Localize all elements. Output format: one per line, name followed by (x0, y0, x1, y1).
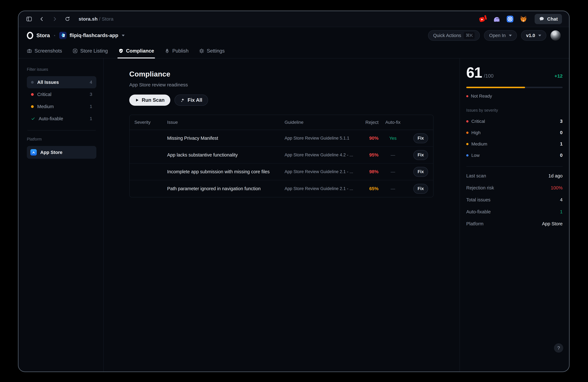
table-row[interactable]: Incomplete app submission with missing c… (130, 163, 433, 180)
panel-divider (466, 166, 563, 167)
tab-label: Store Listing (80, 48, 108, 54)
play-icon (135, 98, 139, 102)
issue-title: Path parameter ignored in navigation fun… (162, 186, 280, 191)
tab-label: Publish (172, 48, 189, 54)
filter-section-label: Filter issues (27, 67, 96, 72)
severity-row-low: Low 0 (466, 153, 563, 158)
chevron-down-icon (122, 35, 125, 36)
issue-title: App lacks substantive functionality (162, 152, 280, 158)
brand[interactable]: Stora (27, 32, 50, 39)
tab-bar: Screenshots Store Listing Compliance Pub… (19, 44, 569, 59)
avatar[interactable] (550, 30, 561, 40)
table-row[interactable]: Path parameter ignored in navigation fun… (130, 180, 433, 197)
tab-settings[interactable]: Settings (199, 44, 225, 58)
tab-publish[interactable]: Publish (165, 44, 189, 58)
app-window: stora.sh / Stora (18, 11, 570, 372)
table-row[interactable]: Missing Privacy Manifest App Store Revie… (130, 130, 433, 147)
starburst-extension-icon[interactable] (506, 15, 514, 23)
table-row[interactable]: App lacks substantive functionality App … (130, 147, 433, 163)
run-scan-button[interactable]: Run Scan (129, 95, 170, 106)
fix-button[interactable]: Fix (413, 167, 428, 177)
fix-all-label: Fix All (188, 97, 202, 103)
filter-medium[interactable]: Medium 1 (27, 101, 96, 113)
autofix-value: — (379, 153, 406, 158)
filter-count: 1 (90, 104, 92, 109)
severity-label: Critical (471, 119, 485, 124)
stat-total-issues: Total issues 4 (466, 197, 563, 202)
chevron-down-icon (509, 35, 512, 36)
severity-section-label: Issues by severity (466, 108, 563, 113)
ghost-wallet-extension-icon[interactable] (493, 15, 501, 23)
project-switcher[interactable]: flipiq-flashcards-app (59, 32, 125, 39)
gear-icon (199, 48, 204, 54)
main-content: Compliance App Store review readiness Ru… (104, 59, 460, 371)
refresh-icon[interactable] (64, 16, 71, 22)
filter-label: Critical (37, 92, 51, 97)
table-header: Severity Issue Guideline Reject Auto-fix (130, 115, 433, 130)
severity-row-high: High 0 (466, 130, 563, 135)
quick-actions-button[interactable]: Quick Actions ⌘K (428, 30, 480, 41)
severity-count: 1 (560, 141, 563, 147)
app-store-icon (73, 48, 78, 54)
reject-percent: 90% (358, 136, 379, 141)
sparkles-icon (180, 98, 185, 102)
severity-row-medium: Medium 1 (466, 141, 563, 147)
url-domain: stora.sh (79, 16, 98, 21)
score-delta: +12 (554, 73, 563, 79)
critical-dot-icon (466, 120, 468, 122)
tab-label: Compliance (126, 48, 154, 54)
address-bar[interactable]: stora.sh / Stora (79, 16, 113, 22)
url-path: / Stora (98, 16, 113, 21)
tab-screenshots[interactable]: Screenshots (27, 44, 62, 58)
tab-compliance[interactable]: Compliance (118, 44, 154, 58)
critical-dot-icon (31, 93, 34, 96)
issues-table: Severity Issue Guideline Reject Auto-fix… (129, 115, 434, 197)
stat-auto-fixable: Auto-fixable 1 (466, 209, 563, 215)
issue-guideline: App Store Review Guideline 2.1 - ... (280, 186, 358, 191)
platform-section-label: Platform (27, 137, 96, 141)
metamask-fox-extension-icon[interactable] (520, 15, 527, 23)
fix-button[interactable]: Fix (413, 150, 428, 160)
breadcrumb-separator (54, 35, 55, 36)
platform-label: App Store (40, 150, 63, 155)
score-panel: 61 /100 +12 Not Ready Issues by severity… (460, 59, 569, 371)
filter-count: 1 (90, 116, 92, 121)
severity-count: 0 (560, 130, 563, 135)
low-dot-icon (466, 154, 468, 157)
score-progress-bar (466, 87, 563, 88)
help-button[interactable]: ? (554, 343, 563, 353)
filter-all-issues[interactable]: All Issues 4 (27, 76, 96, 88)
filter-count: 3 (90, 92, 92, 97)
medium-dot-icon (31, 105, 34, 108)
camera-icon (27, 48, 32, 54)
chat-button[interactable]: Chat (535, 14, 562, 24)
col-autofix: Auto-fix (379, 120, 406, 125)
col-issue: Issue (162, 120, 280, 125)
tab-label: Settings (207, 48, 225, 54)
forward-button-icon[interactable] (51, 16, 58, 22)
back-button-icon[interactable] (38, 16, 45, 22)
sidebar-toggle-icon[interactable] (25, 16, 33, 22)
open-in-button[interactable]: Open In (484, 30, 517, 41)
dislike-extension-icon[interactable] (479, 15, 487, 23)
version-label: v1.0 (526, 33, 535, 38)
tab-store-listing[interactable]: Store Listing (73, 44, 108, 58)
project-app-icon (59, 32, 67, 39)
filter-sidebar: Filter issues All Issues 4 Critical 3 Me… (19, 59, 104, 371)
medium-dot-icon (466, 143, 468, 145)
fix-all-button[interactable]: Fix All (174, 95, 208, 106)
issue-title: Missing Privacy Manifest (162, 136, 280, 141)
platform-app-store[interactable]: App Store (27, 146, 96, 159)
fix-button[interactable]: Fix (413, 133, 428, 143)
fix-button[interactable]: Fix (413, 184, 428, 194)
version-selector[interactable]: v1.0 (521, 30, 546, 41)
col-severity: Severity (130, 120, 162, 125)
filter-auto-fixable[interactable]: Auto-fixable 1 (27, 113, 96, 125)
severity-label: Low (471, 153, 480, 158)
filter-critical[interactable]: Critical 3 (27, 88, 96, 101)
autofix-value: — (379, 186, 406, 191)
high-dot-icon (466, 132, 468, 134)
chevron-down-icon (538, 35, 541, 36)
stat-platform: Platform App Store (466, 221, 563, 226)
issue-title: Incomplete app submission with missing c… (162, 169, 280, 174)
